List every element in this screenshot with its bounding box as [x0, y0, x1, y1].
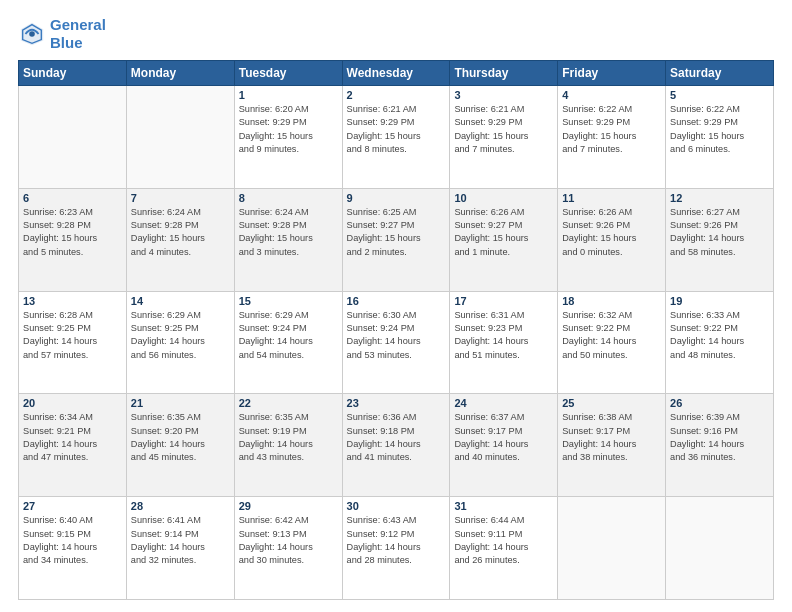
calendar-week-4: 20Sunrise: 6:34 AM Sunset: 9:21 PM Dayli… [19, 394, 774, 497]
day-number: 22 [239, 397, 338, 409]
col-sunday: Sunday [19, 61, 127, 86]
day-info: Sunrise: 6:29 AM Sunset: 9:24 PM Dayligh… [239, 309, 338, 362]
day-number: 15 [239, 295, 338, 307]
col-tuesday: Tuesday [234, 61, 342, 86]
calendar-cell: 18Sunrise: 6:32 AM Sunset: 9:22 PM Dayli… [558, 291, 666, 394]
header: General Blue [18, 16, 774, 52]
day-info: Sunrise: 6:20 AM Sunset: 9:29 PM Dayligh… [239, 103, 338, 156]
day-number: 21 [131, 397, 230, 409]
calendar-cell: 20Sunrise: 6:34 AM Sunset: 9:21 PM Dayli… [19, 394, 127, 497]
col-wednesday: Wednesday [342, 61, 450, 86]
calendar-cell: 28Sunrise: 6:41 AM Sunset: 9:14 PM Dayli… [126, 497, 234, 600]
calendar-week-2: 6Sunrise: 6:23 AM Sunset: 9:28 PM Daylig… [19, 188, 774, 291]
col-monday: Monday [126, 61, 234, 86]
day-info: Sunrise: 6:30 AM Sunset: 9:24 PM Dayligh… [347, 309, 446, 362]
day-info: Sunrise: 6:39 AM Sunset: 9:16 PM Dayligh… [670, 411, 769, 464]
col-thursday: Thursday [450, 61, 558, 86]
day-info: Sunrise: 6:26 AM Sunset: 9:27 PM Dayligh… [454, 206, 553, 259]
day-number: 1 [239, 89, 338, 101]
calendar-cell: 22Sunrise: 6:35 AM Sunset: 9:19 PM Dayli… [234, 394, 342, 497]
calendar-week-1: 1Sunrise: 6:20 AM Sunset: 9:29 PM Daylig… [19, 86, 774, 189]
day-info: Sunrise: 6:29 AM Sunset: 9:25 PM Dayligh… [131, 309, 230, 362]
day-number: 2 [347, 89, 446, 101]
day-number: 5 [670, 89, 769, 101]
calendar-cell [126, 86, 234, 189]
calendar-cell: 26Sunrise: 6:39 AM Sunset: 9:16 PM Dayli… [666, 394, 774, 497]
calendar-cell: 11Sunrise: 6:26 AM Sunset: 9:26 PM Dayli… [558, 188, 666, 291]
calendar-header-row: Sunday Monday Tuesday Wednesday Thursday… [19, 61, 774, 86]
day-info: Sunrise: 6:25 AM Sunset: 9:27 PM Dayligh… [347, 206, 446, 259]
calendar-cell: 23Sunrise: 6:36 AM Sunset: 9:18 PM Dayli… [342, 394, 450, 497]
day-number: 31 [454, 500, 553, 512]
day-number: 25 [562, 397, 661, 409]
day-info: Sunrise: 6:28 AM Sunset: 9:25 PM Dayligh… [23, 309, 122, 362]
day-info: Sunrise: 6:40 AM Sunset: 9:15 PM Dayligh… [23, 514, 122, 567]
day-info: Sunrise: 6:24 AM Sunset: 9:28 PM Dayligh… [239, 206, 338, 259]
calendar-cell: 8Sunrise: 6:24 AM Sunset: 9:28 PM Daylig… [234, 188, 342, 291]
day-number: 3 [454, 89, 553, 101]
day-info: Sunrise: 6:43 AM Sunset: 9:12 PM Dayligh… [347, 514, 446, 567]
day-number: 20 [23, 397, 122, 409]
calendar-cell [558, 497, 666, 600]
day-number: 26 [670, 397, 769, 409]
calendar-cell: 14Sunrise: 6:29 AM Sunset: 9:25 PM Dayli… [126, 291, 234, 394]
day-number: 7 [131, 192, 230, 204]
calendar-cell: 3Sunrise: 6:21 AM Sunset: 9:29 PM Daylig… [450, 86, 558, 189]
day-info: Sunrise: 6:32 AM Sunset: 9:22 PM Dayligh… [562, 309, 661, 362]
day-info: Sunrise: 6:42 AM Sunset: 9:13 PM Dayligh… [239, 514, 338, 567]
day-number: 6 [23, 192, 122, 204]
svg-point-2 [29, 31, 35, 37]
calendar-cell: 15Sunrise: 6:29 AM Sunset: 9:24 PM Dayli… [234, 291, 342, 394]
day-info: Sunrise: 6:21 AM Sunset: 9:29 PM Dayligh… [454, 103, 553, 156]
calendar-cell: 6Sunrise: 6:23 AM Sunset: 9:28 PM Daylig… [19, 188, 127, 291]
day-number: 24 [454, 397, 553, 409]
day-number: 10 [454, 192, 553, 204]
calendar-cell [19, 86, 127, 189]
calendar-cell: 30Sunrise: 6:43 AM Sunset: 9:12 PM Dayli… [342, 497, 450, 600]
day-info: Sunrise: 6:36 AM Sunset: 9:18 PM Dayligh… [347, 411, 446, 464]
day-number: 18 [562, 295, 661, 307]
calendar-cell: 24Sunrise: 6:37 AM Sunset: 9:17 PM Dayli… [450, 394, 558, 497]
logo-text: General Blue [50, 16, 106, 52]
day-info: Sunrise: 6:22 AM Sunset: 9:29 PM Dayligh… [670, 103, 769, 156]
day-number: 28 [131, 500, 230, 512]
calendar-cell: 10Sunrise: 6:26 AM Sunset: 9:27 PM Dayli… [450, 188, 558, 291]
calendar-cell: 4Sunrise: 6:22 AM Sunset: 9:29 PM Daylig… [558, 86, 666, 189]
calendar: Sunday Monday Tuesday Wednesday Thursday… [18, 60, 774, 600]
day-info: Sunrise: 6:33 AM Sunset: 9:22 PM Dayligh… [670, 309, 769, 362]
day-info: Sunrise: 6:44 AM Sunset: 9:11 PM Dayligh… [454, 514, 553, 567]
calendar-week-5: 27Sunrise: 6:40 AM Sunset: 9:15 PM Dayli… [19, 497, 774, 600]
calendar-cell: 12Sunrise: 6:27 AM Sunset: 9:26 PM Dayli… [666, 188, 774, 291]
calendar-cell: 21Sunrise: 6:35 AM Sunset: 9:20 PM Dayli… [126, 394, 234, 497]
calendar-cell: 29Sunrise: 6:42 AM Sunset: 9:13 PM Dayli… [234, 497, 342, 600]
day-info: Sunrise: 6:23 AM Sunset: 9:28 PM Dayligh… [23, 206, 122, 259]
calendar-cell: 1Sunrise: 6:20 AM Sunset: 9:29 PM Daylig… [234, 86, 342, 189]
day-number: 4 [562, 89, 661, 101]
calendar-cell: 25Sunrise: 6:38 AM Sunset: 9:17 PM Dayli… [558, 394, 666, 497]
day-info: Sunrise: 6:31 AM Sunset: 9:23 PM Dayligh… [454, 309, 553, 362]
calendar-cell: 19Sunrise: 6:33 AM Sunset: 9:22 PM Dayli… [666, 291, 774, 394]
calendar-cell: 16Sunrise: 6:30 AM Sunset: 9:24 PM Dayli… [342, 291, 450, 394]
day-info: Sunrise: 6:35 AM Sunset: 9:20 PM Dayligh… [131, 411, 230, 464]
calendar-cell: 31Sunrise: 6:44 AM Sunset: 9:11 PM Dayli… [450, 497, 558, 600]
day-info: Sunrise: 6:37 AM Sunset: 9:17 PM Dayligh… [454, 411, 553, 464]
day-number: 30 [347, 500, 446, 512]
day-info: Sunrise: 6:27 AM Sunset: 9:26 PM Dayligh… [670, 206, 769, 259]
day-info: Sunrise: 6:24 AM Sunset: 9:28 PM Dayligh… [131, 206, 230, 259]
day-number: 8 [239, 192, 338, 204]
day-number: 11 [562, 192, 661, 204]
day-number: 27 [23, 500, 122, 512]
col-friday: Friday [558, 61, 666, 86]
calendar-cell: 13Sunrise: 6:28 AM Sunset: 9:25 PM Dayli… [19, 291, 127, 394]
calendar-cell: 9Sunrise: 6:25 AM Sunset: 9:27 PM Daylig… [342, 188, 450, 291]
day-info: Sunrise: 6:41 AM Sunset: 9:14 PM Dayligh… [131, 514, 230, 567]
logo-icon [18, 20, 46, 48]
calendar-cell: 27Sunrise: 6:40 AM Sunset: 9:15 PM Dayli… [19, 497, 127, 600]
calendar-cell: 17Sunrise: 6:31 AM Sunset: 9:23 PM Dayli… [450, 291, 558, 394]
day-number: 13 [23, 295, 122, 307]
day-number: 23 [347, 397, 446, 409]
calendar-cell: 7Sunrise: 6:24 AM Sunset: 9:28 PM Daylig… [126, 188, 234, 291]
calendar-cell [666, 497, 774, 600]
day-number: 12 [670, 192, 769, 204]
day-number: 17 [454, 295, 553, 307]
